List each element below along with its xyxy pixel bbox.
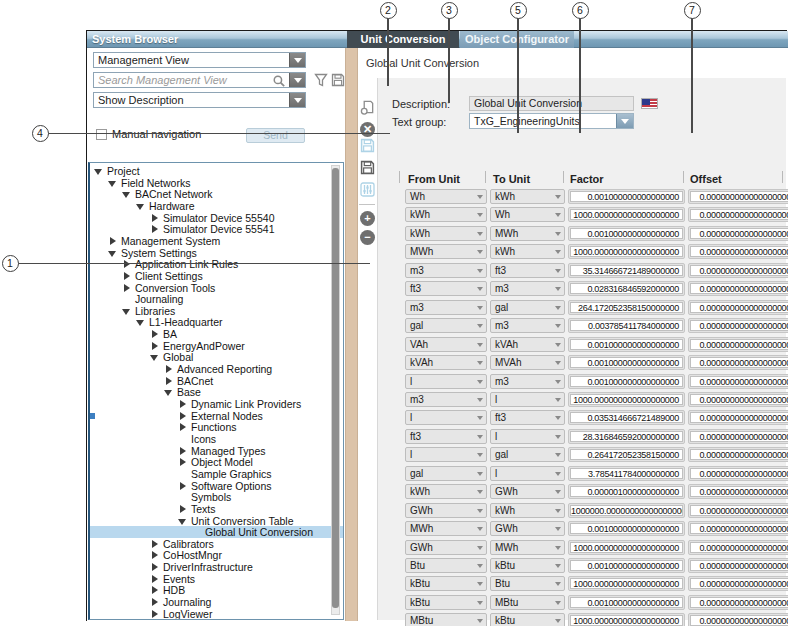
from-unit-select[interactable]: MBtu xyxy=(405,613,487,626)
offset-input[interactable]: 0.000000000000000000 xyxy=(688,466,788,481)
expand-triangle-icon[interactable] xyxy=(122,284,131,293)
to-unit-select[interactable]: MVAh xyxy=(490,355,565,370)
offset-input-value[interactable]: 0.000000000000000000 xyxy=(690,265,788,276)
factor-input[interactable]: 0.001000000000000000 xyxy=(568,337,685,352)
to-unit-select[interactable]: Btu xyxy=(490,576,565,591)
factor-input-value[interactable]: 1000.000000000000000000 xyxy=(570,209,683,220)
offset-input-value[interactable]: 0.000000000000000000 xyxy=(690,209,788,220)
offset-input[interactable]: 0.000000000000000000 xyxy=(688,263,788,278)
offset-input[interactable]: 0.000000000000000000 xyxy=(688,447,788,462)
to-unit-select[interactable]: ft3 xyxy=(490,263,565,278)
remove-icon[interactable]: − xyxy=(360,230,375,245)
to-unit-select[interactable]: m3 xyxy=(490,374,565,389)
factor-input[interactable]: 0.001000000000000000 xyxy=(568,189,685,204)
factor-input[interactable]: 0.000001000000000000 xyxy=(568,484,685,499)
tree-item-base[interactable]: Base xyxy=(90,386,343,398)
factor-input-value[interactable]: 0.001000000000000000 xyxy=(570,339,683,350)
factor-input[interactable]: 35.314666721489000000 xyxy=(568,263,685,278)
factor-input[interactable]: 1000000.000000000000000000 xyxy=(568,503,685,518)
offset-input[interactable]: 0.000000000000000000 xyxy=(688,374,788,389)
from-unit-select[interactable]: Btu xyxy=(405,558,487,573)
factor-input-value[interactable]: 0.035314666721489000 xyxy=(570,412,683,423)
from-unit-select[interactable]: kWh xyxy=(405,484,487,499)
offset-input-value[interactable]: 0.000000000000000000 xyxy=(690,246,788,257)
from-unit-select[interactable]: VAh xyxy=(405,337,487,352)
from-unit-select[interactable]: Wh xyxy=(405,189,487,204)
tree-item-calibrators[interactable]: Calibrators xyxy=(90,538,343,550)
factor-input[interactable]: 1000.000000000000000000 xyxy=(568,576,685,591)
factor-input-value[interactable]: 0.001000000000000000 xyxy=(570,228,683,239)
offset-input-value[interactable]: 0.000000000000000000 xyxy=(690,449,788,460)
from-unit-select[interactable]: ft3 xyxy=(405,429,487,444)
to-unit-select[interactable]: kWh xyxy=(490,244,565,259)
offset-input[interactable]: 0.000000000000000000 xyxy=(688,392,788,407)
tree-item-dynamic-link-providers[interactable]: Dynamic Link Providers xyxy=(90,398,343,410)
offset-input[interactable]: 0.000000000000000000 xyxy=(688,189,788,204)
factor-input-value[interactable]: 0.001000000000000000 xyxy=(570,376,683,387)
chevron-down-icon[interactable] xyxy=(289,93,305,107)
collapse-triangle-icon[interactable] xyxy=(122,190,131,199)
to-unit-select[interactable]: kWh xyxy=(490,189,565,204)
chevron-down-icon[interactable] xyxy=(289,73,305,87)
offset-input[interactable]: 0.000000000000000000 xyxy=(688,613,788,626)
tree-scrollbar[interactable] xyxy=(331,165,340,615)
expand-triangle-icon[interactable] xyxy=(150,330,159,339)
offset-input[interactable]: 0.000000000000000000 xyxy=(688,540,788,555)
expand-triangle-icon[interactable] xyxy=(150,214,159,223)
search-input[interactable]: Search Management View xyxy=(93,72,306,88)
expand-triangle-icon[interactable] xyxy=(178,400,187,409)
text-group-select[interactable]: TxG_EngineeringUnits xyxy=(469,113,634,129)
from-unit-select[interactable]: MWh xyxy=(405,521,487,536)
offset-input-value[interactable]: 0.000000000000000000 xyxy=(690,394,788,405)
factor-input-value[interactable]: 264.172052358150000000 xyxy=(570,302,683,313)
factor-input[interactable]: 28.316846592000000000 xyxy=(568,429,685,444)
tree-item-texts[interactable]: Texts xyxy=(90,503,343,515)
tree-item-global[interactable]: Global xyxy=(90,351,343,363)
from-unit-select[interactable]: GWh xyxy=(405,503,487,518)
factor-input[interactable]: 0.003785411784000000 xyxy=(568,318,685,333)
tab-unit-conversion[interactable]: Unit Conversion xyxy=(347,31,459,48)
factor-input[interactable]: 0.001000000000000000 xyxy=(568,595,685,610)
expand-triangle-icon[interactable] xyxy=(178,412,187,421)
factor-input-value[interactable]: 0.001000000000000000 xyxy=(570,191,683,202)
tree-item-journaling[interactable]: Journaling xyxy=(90,293,343,305)
factor-input[interactable]: 1000.000000000000000000 xyxy=(568,207,685,222)
tree-item-bacnet-network[interactable]: BACnet Network xyxy=(90,188,343,200)
factor-input[interactable]: 0.035314666721489000 xyxy=(568,410,685,425)
collapse-triangle-icon[interactable] xyxy=(136,318,145,327)
tree-item-icons[interactable]: Icons xyxy=(90,433,343,445)
save-icon-disabled[interactable] xyxy=(360,138,375,153)
tree-item-simulator-device-55540[interactable]: Simulator Device 55540 xyxy=(90,212,343,224)
offset-input-value[interactable]: 0.000000000000000000 xyxy=(690,320,788,331)
tree-item-events[interactable]: Events xyxy=(90,573,343,585)
to-unit-select[interactable]: ft3 xyxy=(490,410,565,425)
offset-input[interactable]: 0.000000000000000000 xyxy=(688,503,788,518)
offset-input-value[interactable]: 0.000000000000000000 xyxy=(690,302,788,313)
offset-input[interactable]: 0.000000000000000000 xyxy=(688,355,788,370)
expand-triangle-icon[interactable] xyxy=(150,598,159,607)
from-unit-select[interactable]: gal xyxy=(405,318,487,333)
factor-input[interactable]: 264.172052358150000000 xyxy=(568,300,685,315)
factor-input-value[interactable]: 3.785411784000000000 xyxy=(570,468,683,479)
from-unit-select[interactable]: gal xyxy=(405,466,487,481)
manual-navigation-checkbox[interactable] xyxy=(96,129,107,140)
tree-item-object-model[interactable]: Object Model xyxy=(90,456,343,468)
tree-item-unit-conversion-table[interactable]: Unit Conversion Table xyxy=(90,515,343,527)
tree-item-application-link-rules[interactable]: Application Link Rules xyxy=(90,258,343,270)
offset-input[interactable]: 0.000000000000000000 xyxy=(688,521,788,536)
tree-item-project[interactable]: Project xyxy=(90,165,343,177)
factor-input-value[interactable]: 1000000.000000000000000000 xyxy=(570,505,683,516)
view-select[interactable]: Management View xyxy=(93,52,306,68)
expand-triangle-icon[interactable] xyxy=(164,377,173,386)
tree-item-energyandpower[interactable]: EnergyAndPower xyxy=(90,340,343,352)
save-icon[interactable] xyxy=(331,73,345,87)
from-unit-select[interactable]: m3 xyxy=(405,392,487,407)
offset-input-value[interactable]: 0.000000000000000000 xyxy=(690,283,788,294)
factor-input-value[interactable]: 1000.000000000000000000 xyxy=(570,578,683,589)
to-unit-select[interactable]: kBtu xyxy=(490,613,565,626)
offset-input-value[interactable]: 0.000000000000000000 xyxy=(690,615,788,626)
from-unit-select[interactable]: m3 xyxy=(405,263,487,278)
offset-input-value[interactable]: 0.000000000000000000 xyxy=(690,357,788,368)
tree-item-bacnet[interactable]: BACnet xyxy=(90,375,343,387)
from-unit-select[interactable]: kWh xyxy=(405,207,487,222)
